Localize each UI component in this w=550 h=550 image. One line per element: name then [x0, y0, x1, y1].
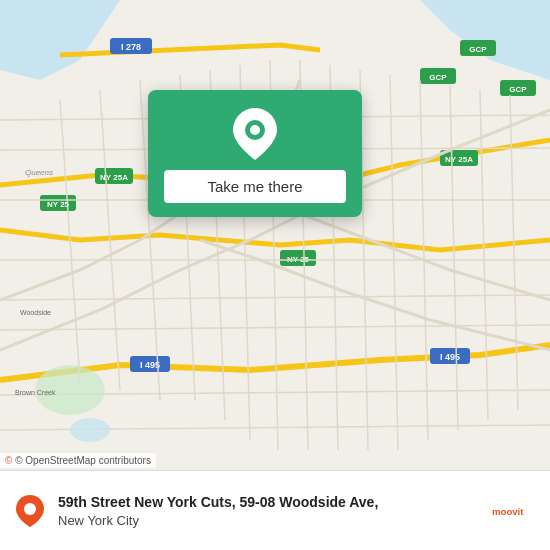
svg-text:GCP: GCP: [509, 85, 527, 94]
map-background[interactable]: I 278 NY 25A NY 25A NY 25 NY 25 I 495 I …: [0, 0, 550, 470]
svg-point-49: [70, 418, 110, 442]
svg-text:I 278: I 278: [121, 42, 141, 52]
svg-text:Brown Creek: Brown Creek: [15, 389, 56, 396]
info-bar: 59th Street New York Cuts, 59-08 Woodsid…: [0, 470, 550, 550]
moovit-logo-icon: moovit: [492, 495, 524, 527]
svg-point-55: [24, 503, 36, 515]
popup-card: Take me there: [148, 90, 362, 217]
moovit-logo: moovit: [478, 495, 538, 527]
take-me-there-button[interactable]: Take me there: [164, 170, 346, 203]
svg-text:Woodside: Woodside: [20, 309, 51, 316]
location-pin-icon: [233, 108, 277, 160]
business-location: New York City: [58, 513, 468, 528]
svg-point-54: [250, 125, 260, 135]
svg-text:moovit: moovit: [492, 505, 524, 516]
map-container: I 278 NY 25A NY 25A NY 25 NY 25 I 495 I …: [0, 0, 550, 550]
business-name: 59th Street New York Cuts, 59-08 Woodsid…: [58, 493, 468, 513]
moovit-pin: [12, 493, 48, 529]
map-attribution: © © OpenStreetMap contributors: [0, 453, 156, 468]
svg-text:NY 25: NY 25: [47, 200, 70, 209]
svg-text:NY 25A: NY 25A: [100, 173, 128, 182]
svg-text:GCP: GCP: [429, 73, 447, 82]
svg-text:Queens: Queens: [25, 168, 53, 177]
svg-text:NY 25A: NY 25A: [445, 155, 473, 164]
business-info: 59th Street New York Cuts, 59-08 Woodsid…: [58, 493, 468, 528]
svg-text:GCP: GCP: [469, 45, 487, 54]
